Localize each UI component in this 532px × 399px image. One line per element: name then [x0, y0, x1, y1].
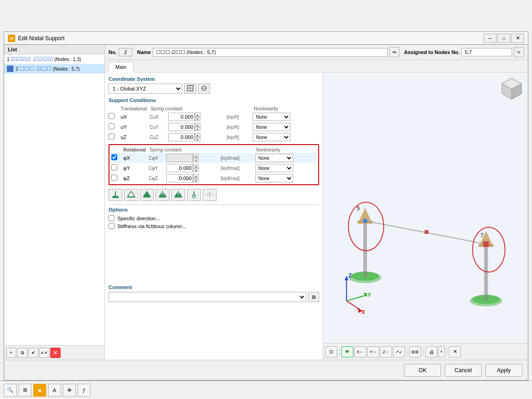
phix-row: φX CφX ▴ ▾	[111, 153, 316, 163]
phiy-up-btn[interactable]: ▴	[193, 164, 199, 168]
phiy-spring-input[interactable]	[166, 164, 193, 172]
phix-down-btn[interactable]: ▾	[193, 158, 199, 162]
no-value: 2	[119, 48, 133, 56]
view-tb-btn-1[interactable]: ⊡	[325, 346, 337, 357]
list-item-1-label: 1 ☑☑☑☑ ☑☑☑☑ (Nodes : 1,3)	[7, 56, 81, 62]
support-icon-4[interactable]: X	[156, 189, 169, 201]
copy-item-button[interactable]: ⧉	[17, 348, 27, 358]
taskbar: 🔍 ⊞ ■ A 👁 ƒ	[0, 381, 532, 399]
support-icons-row: X Y	[109, 187, 319, 203]
check2-button[interactable]: ✔✔	[39, 348, 49, 358]
view-tb-btn-8[interactable]: 🖨	[425, 346, 437, 357]
assign-nodes-button[interactable]: ↖	[514, 47, 524, 57]
taskbar-btn-2[interactable]: ⊞	[18, 384, 31, 397]
phiy-nonlin-select[interactable]: None	[255, 164, 293, 172]
ux-checkbox[interactable]	[109, 113, 115, 119]
no-label: No.	[109, 49, 117, 55]
support-icon-2[interactable]	[124, 189, 138, 201]
taskbar-btn-6[interactable]: ƒ	[78, 384, 91, 397]
phiy-spring-label: CφY	[148, 163, 165, 173]
tab-main[interactable]: Main	[109, 62, 133, 73]
phiz-spring-input[interactable]	[166, 174, 193, 182]
phiz-spring-label: CφZ	[148, 173, 165, 183]
ux-nonlin-select[interactable]: None	[253, 113, 290, 121]
ux-spring-input[interactable]	[168, 113, 195, 121]
phiy-checkbox[interactable]	[111, 164, 117, 170]
svg-point-42	[363, 218, 368, 223]
support-icon-7[interactable]	[203, 189, 217, 201]
add-item-button[interactable]: +	[6, 348, 16, 358]
list-item-2[interactable]: 2 ☐☐☐ ☑☐☐ (Nodes : 5,7)	[4, 64, 104, 74]
view-tb-dropdown[interactable]: ▾	[438, 346, 445, 357]
main-split: Coordinate System 1 - Global XYZ	[105, 73, 528, 360]
phiz-up-btn[interactable]: ▴	[193, 174, 199, 178]
uy-nonlin-select[interactable]: None	[253, 123, 290, 131]
ux-up-btn[interactable]: ▴	[195, 113, 200, 117]
comment-label: Comment	[109, 284, 319, 290]
phiz-row: φZ CφZ ▴ ▾	[111, 173, 316, 183]
phix-up-btn[interactable]: ▴	[193, 154, 199, 158]
list-item-2-label: 2 ☐☐☐ ☑☐☐ (Nodes : 5,7)	[16, 66, 79, 72]
cube-orientation-icon[interactable]	[499, 76, 524, 101]
phiz-nonlin-select[interactable]: None	[255, 174, 293, 182]
svg-text:Y: Y	[368, 292, 371, 298]
svg-marker-8	[127, 191, 135, 197]
coord-system-select[interactable]: 1 - Global XYZ	[109, 84, 182, 94]
uy-down-btn[interactable]: ▾	[195, 127, 200, 131]
ux-down-btn[interactable]: ▾	[195, 117, 200, 121]
taskbar-btn-3[interactable]: ■	[33, 384, 46, 397]
phix-checkbox[interactable]	[111, 154, 117, 160]
uy-spring-input[interactable]	[168, 123, 195, 131]
uy-up-btn[interactable]: ▴	[195, 123, 200, 127]
support-icon-5[interactable]: Y	[171, 189, 185, 201]
uz-down-btn[interactable]: ▾	[195, 137, 200, 141]
list-item-1[interactable]: 1 ☑☑☑☑ ☑☑☑☑ (Nodes : 1,3)	[4, 54, 104, 64]
view-tb-btn-9[interactable]: ✕	[449, 346, 461, 357]
view-tb-btn-3[interactable]: X↔	[354, 346, 366, 357]
phiy-down-btn[interactable]: ▾	[193, 168, 199, 172]
taskbar-btn-4[interactable]: A	[48, 384, 61, 397]
rot-nonlin-header: Nonlinearity	[254, 147, 316, 153]
uz-spring-input[interactable]	[168, 133, 195, 141]
coord-btn-2[interactable]	[198, 84, 210, 94]
specific-direction-checkbox[interactable]	[109, 215, 115, 221]
view-tb-btn-5[interactable]: Z↔	[380, 346, 392, 357]
view-tb-btn-4[interactable]: Y↔	[367, 346, 379, 357]
apply-button[interactable]: Apply	[485, 364, 522, 377]
edit-name-button[interactable]: ✏	[389, 47, 399, 57]
svg-point-27	[439, 96, 440, 97]
comment-expand-button[interactable]: ⊞	[308, 292, 319, 302]
phiz-down-btn[interactable]: ▾	[193, 178, 199, 182]
svg-rect-43	[483, 241, 489, 247]
coord-btn-1[interactable]	[184, 84, 196, 94]
minimize-button[interactable]: ─	[484, 34, 496, 43]
taskbar-btn-5[interactable]: 👁	[63, 384, 76, 397]
view-tb-btn-6[interactable]: ↗↙	[393, 346, 405, 357]
taskbar-btn-1[interactable]: 🔍	[4, 384, 17, 397]
phiz-checkbox[interactable]	[111, 175, 117, 181]
uy-checkbox[interactable]	[109, 123, 115, 129]
stiffness-fictitious-checkbox[interactable]	[109, 223, 115, 229]
close-button[interactable]: ✕	[511, 34, 524, 43]
ok-button[interactable]: OK	[404, 364, 441, 377]
uz-up-btn[interactable]: ▴	[195, 133, 200, 137]
uz-nonlin-select[interactable]: None	[253, 133, 290, 141]
delete-button[interactable]: ✕	[50, 348, 60, 358]
phix-nonlin-select[interactable]: None	[255, 154, 293, 162]
cancel-button[interactable]: Cancel	[445, 364, 482, 377]
title-bar: N Edit Nodal Support ─ □ ✕	[4, 31, 528, 44]
maximize-button[interactable]: □	[497, 34, 510, 43]
support-icon-6[interactable]	[187, 189, 201, 201]
svg-point-29	[485, 96, 486, 97]
uy-unit: [kip/ft]	[225, 122, 252, 132]
check-button[interactable]: ✔	[28, 348, 38, 358]
uz-checkbox[interactable]	[109, 133, 115, 139]
phix-spring-label: CφX	[148, 153, 165, 163]
comment-input[interactable]	[109, 292, 306, 302]
phix-spring-input[interactable]	[166, 154, 193, 162]
support-icon-3[interactable]	[140, 189, 154, 201]
view-tb-btn-7[interactable]: ⊞⊞	[409, 346, 421, 357]
stiffness-fictitious-label: Stiffness via fictitious column...	[117, 224, 187, 229]
support-icon-1[interactable]	[109, 189, 122, 201]
view-tb-btn-2[interactable]: 👁	[341, 346, 353, 357]
